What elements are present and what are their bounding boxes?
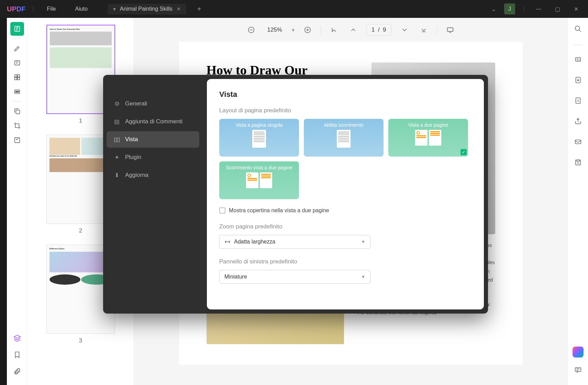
comment-panel-icon[interactable] <box>571 363 585 377</box>
save-icon[interactable] <box>571 156 585 169</box>
chevron-down-icon: ▼ <box>361 239 365 244</box>
menu-file[interactable]: File <box>41 3 62 15</box>
ocr-icon[interactable] <box>571 53 585 66</box>
svg-rect-17 <box>575 140 581 144</box>
show-cover-checkbox[interactable] <box>219 207 225 214</box>
default-left-panel-select[interactable]: Miniature ▼ <box>219 270 370 284</box>
close-tab-icon[interactable]: ✕ <box>177 6 181 12</box>
redact-tool-icon[interactable] <box>10 85 24 99</box>
check-icon: ✓ <box>461 149 467 155</box>
convert-icon[interactable] <box>571 73 585 87</box>
svg-point-13 <box>575 26 579 31</box>
maximize-button[interactable]: ▢ <box>552 3 563 15</box>
nav-comments[interactable]: ▤ Aggiunta di Commenti <box>107 113 199 130</box>
layout-option-two-page-scroll[interactable]: Scorrimento vista a due pagine <box>219 161 299 199</box>
chevron-down-icon: ▼ <box>361 274 365 279</box>
svg-rect-12 <box>447 28 453 32</box>
ai-assistant-icon[interactable] <box>573 347 584 358</box>
svg-rect-9 <box>14 138 20 143</box>
svg-rect-8 <box>16 110 20 114</box>
search-icon[interactable] <box>571 22 585 36</box>
presentation-button[interactable] <box>444 24 456 36</box>
document-tab[interactable]: ▾ Animal Painting Skills ✕ <box>108 4 186 14</box>
section-label-layout: Layout di pagina predefinito <box>219 107 471 114</box>
nav-plugin[interactable]: ✦ Plugin <box>107 149 199 166</box>
thumbnail-number: 3 <box>34 337 127 344</box>
app-logo: UPDF <box>7 5 25 13</box>
form-tool-icon[interactable] <box>10 133 24 147</box>
right-toolbar <box>567 18 588 385</box>
svg-rect-4 <box>14 78 16 80</box>
plugin-icon: ✦ <box>113 154 120 161</box>
layout-option-two-page[interactable]: Vista a due pagine ✓ <box>388 119 468 157</box>
email-icon[interactable] <box>571 135 585 149</box>
page-tools-icon[interactable] <box>10 70 24 84</box>
document-toolbar: 125% ▾ 1 / 9 <box>141 21 561 38</box>
zoom-dropdown-icon[interactable]: ▾ <box>292 27 295 33</box>
layout-option-scroll[interactable]: Abilita scorrimento <box>304 119 384 157</box>
crop-tool-icon[interactable] <box>10 119 24 133</box>
page-indicator[interactable]: 1 / 9 <box>366 24 391 36</box>
next-page-button[interactable] <box>398 24 411 36</box>
layers-icon[interactable] <box>10 331 24 345</box>
preferences-content: Vista Layout di pagina predefinito Vista… <box>207 79 484 309</box>
prev-page-button[interactable] <box>347 24 359 36</box>
preferences-nav: ⚙ Generali ▤ Aggiunta di Commenti ▯▯ Vis… <box>103 75 203 314</box>
zoom-level: 125% <box>264 26 285 33</box>
chevron-down-icon[interactable]: ⌄ <box>491 6 496 12</box>
close-window-button[interactable]: ✕ <box>571 3 581 15</box>
user-avatar[interactable]: J <box>504 3 515 14</box>
fit-width-icon <box>224 239 231 245</box>
highlight-tool-icon[interactable] <box>10 42 24 55</box>
reader-mode-icon[interactable] <box>10 22 24 36</box>
preferences-title: Vista <box>219 90 471 99</box>
left-toolbar <box>7 18 27 385</box>
share-icon[interactable] <box>571 114 585 128</box>
nav-update[interactable]: ⬇ Aggiorna <box>107 167 199 183</box>
zoom-in-button[interactable] <box>301 24 314 36</box>
default-zoom-select[interactable]: Adatta larghezza ▼ <box>219 235 370 249</box>
svg-rect-3 <box>17 75 19 77</box>
nav-general[interactable]: ⚙ Generali <box>107 95 199 112</box>
comment-icon: ▤ <box>113 118 120 125</box>
svg-rect-14 <box>575 58 580 61</box>
menu-help[interactable]: Aiuto <box>69 3 93 15</box>
nav-view[interactable]: ▯▯ Vista <box>107 131 199 148</box>
copy-tool-icon[interactable] <box>10 104 24 118</box>
layout-option-single[interactable]: Vista a pagina singola <box>219 119 299 157</box>
download-icon: ⬇ <box>113 172 120 179</box>
attachment-icon[interactable] <box>10 364 24 378</box>
preferences-dialog: ✕ ⚙ Generali ▤ Aggiunta di Commenti ▯▯ V… <box>103 75 488 314</box>
section-label-left-panel: Pannello di sinistra predefinito <box>219 258 471 265</box>
protect-icon[interactable] <box>571 94 585 107</box>
last-page-button[interactable] <box>418 24 430 36</box>
svg-rect-18 <box>575 160 580 165</box>
minimize-button[interactable]: — <box>533 3 544 15</box>
zoom-out-button[interactable] <box>245 24 257 36</box>
svg-rect-7 <box>15 91 19 92</box>
show-cover-label: Mostra copertina nella vista a due pagin… <box>229 207 329 214</box>
tab-title: Animal Painting Skills <box>120 6 173 12</box>
edit-text-icon[interactable] <box>10 56 24 70</box>
svg-rect-1 <box>14 61 20 65</box>
svg-rect-5 <box>17 78 19 80</box>
svg-rect-19 <box>575 368 581 372</box>
first-page-button[interactable] <box>328 24 340 36</box>
svg-rect-2 <box>14 75 16 77</box>
bookmark-icon[interactable] <box>10 348 24 362</box>
view-icon: ▯▯ <box>113 136 120 143</box>
section-label-zoom: Zoom pagina predefinito <box>219 223 471 230</box>
gear-icon: ⚙ <box>113 100 120 107</box>
title-bar: UPDF | File Aiuto ▾ Animal Painting Skil… <box>0 0 588 18</box>
new-tab-button[interactable]: + <box>197 5 201 13</box>
